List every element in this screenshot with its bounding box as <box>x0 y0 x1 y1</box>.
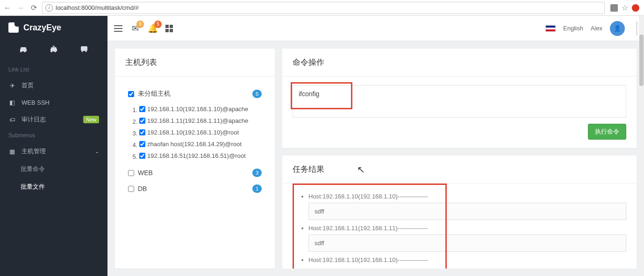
result-panel: 任务结果 ↖ Host:192.168.1.10(192.168.1.10)--… <box>282 156 637 269</box>
nav-batchcmd-label: 批量命令 <box>21 165 45 173</box>
grid-icon-nav: ▦ <box>8 148 16 155</box>
result-host-label: Host:192.168.1.10(192.168.1.10)---------… <box>308 193 428 200</box>
host-checkbox[interactable] <box>139 118 145 124</box>
command-input[interactable] <box>293 85 626 118</box>
host-label: 192.168.16.51(192.168.16.51)@root <box>147 152 246 159</box>
host-group-row[interactable]: DB1 <box>128 181 262 197</box>
logo-icon <box>8 22 19 33</box>
messages-button[interactable]: ✉ 9 <box>130 23 140 34</box>
group-label: DB <box>138 185 147 192</box>
forward-button[interactable]: → <box>16 3 25 13</box>
back-button[interactable]: ← <box>3 3 12 13</box>
host-item[interactable]: 192.168.1.11(192.168.1.11)@apache <box>139 115 262 127</box>
nav-home-label: 首页 <box>21 81 34 90</box>
run-command-button[interactable]: 执行命令 <box>588 124 626 140</box>
group-label: 未分组主机 <box>138 90 171 98</box>
car-icon[interactable] <box>17 45 29 53</box>
chevron-down-icon: ⌄ <box>95 149 99 155</box>
adblock-extension-icon[interactable] <box>632 4 639 12</box>
group-count-badge: 5 <box>252 90 262 98</box>
nav-batchcmd[interactable]: 批量命令 <box>0 160 107 178</box>
result-item: Host:192.168.1.10(192.168.1.10)---------… <box>308 193 626 220</box>
group-count-badge: 3 <box>252 169 262 177</box>
scrollbar-thumb[interactable] <box>639 35 644 86</box>
taxi-icon[interactable] <box>48 45 60 53</box>
site-info-icon[interactable]: i <box>45 4 53 12</box>
host-checkbox[interactable] <box>139 153 145 159</box>
user-avatar[interactable]: 👤 <box>610 21 625 36</box>
result-panel-title: 任务结果 ↖ <box>282 156 637 184</box>
messages-count: 9 <box>136 21 144 28</box>
host-item[interactable]: 192.168.1.10(192.168.1.10)@root <box>139 127 262 139</box>
svg-rect-0 <box>53 46 55 47</box>
group-checkbox[interactable] <box>128 170 134 176</box>
topbar: ✉ 9 🔔 5 English Alex 👤 <box>107 16 644 41</box>
brand-name: CrazyEye <box>23 23 61 33</box>
nav-webssh[interactable]: ◧ WEB SSH <box>0 94 107 111</box>
nav-home[interactable]: ✈ 首页 <box>0 77 107 94</box>
section-linklist: Link List <box>0 63 107 77</box>
host-label: 192.168.1.10(192.168.1.10)@root <box>147 129 239 136</box>
nav-batchfile-label: 批量文件 <box>21 183 45 191</box>
new-badge: New <box>83 116 99 123</box>
host-list-title: 主机列表 <box>115 49 275 77</box>
nav-hostmgmt-label: 主机管理 <box>21 147 46 156</box>
host-checkbox[interactable] <box>139 106 145 112</box>
nav-hostmgmt[interactable]: ▦ 主机管理 ⌄ <box>0 142 107 160</box>
host-group-row[interactable]: WEB3 <box>128 165 262 181</box>
app-logo[interactable]: CrazyEye <box>0 16 107 39</box>
url-text: localhost:8000/multitask/cmd/# <box>56 4 139 11</box>
group-checkbox[interactable] <box>128 91 134 97</box>
result-output: sdff <box>308 203 626 220</box>
group-label: WEB <box>138 169 153 177</box>
host-list-panel: 主机列表 未分组主机5192.168.1.10(192.168.1.10)@ap… <box>115 49 275 269</box>
cursor-icon: ↖ <box>357 164 365 175</box>
nav-audit[interactable]: 🏷 审计日志 New <box>0 111 107 128</box>
translate-extension-icon[interactable] <box>610 4 618 12</box>
topbar-divider <box>636 21 637 35</box>
group-checkbox[interactable] <box>128 186 134 192</box>
apps-grid-button[interactable] <box>165 25 173 32</box>
language-selector[interactable]: English <box>563 25 583 32</box>
bookmark-star-icon[interactable]: ☆ <box>622 3 628 12</box>
user-name[interactable]: Alex <box>591 25 602 32</box>
reload-button[interactable]: ⟳ <box>29 3 38 13</box>
tag-icon: 🏷 <box>8 116 16 123</box>
page-scrollbar[interactable] <box>639 16 644 276</box>
svg-point-3 <box>85 51 86 52</box>
host-item[interactable]: 192.168.16.51(192.168.16.51)@root <box>139 150 262 162</box>
host-label: zhaofan host(192.168.14.29)@root <box>147 141 242 148</box>
plane-icon: ✈ <box>8 82 16 89</box>
svg-rect-1 <box>81 46 87 51</box>
section-submenus: Submenus <box>0 128 107 142</box>
result-item: Host:192.168.1.10(192.168.1.10)---------… <box>308 256 626 263</box>
host-item[interactable]: zhaofan host(192.168.14.29)@root <box>139 139 262 150</box>
flag-icon <box>545 25 556 32</box>
browser-toolbar: ← → ⟳ i localhost:8000/multitask/cmd/# ☆ <box>0 0 644 16</box>
nav-batchfile[interactable]: 批量文件 <box>0 178 107 196</box>
group-count-badge: 1 <box>252 184 262 193</box>
host-item[interactable]: 192.168.1.10(192.168.1.10)@apache <box>139 104 262 115</box>
sidebar: CrazyEye Link List ✈ 首页 ◧ WEB SSH 🏷 审计日志… <box>0 16 107 276</box>
menu-toggle-button[interactable] <box>114 25 122 32</box>
notifications-button[interactable]: 🔔 5 <box>148 23 158 34</box>
bus-icon[interactable] <box>78 45 90 53</box>
host-label: 192.168.1.11(192.168.1.11)@apache <box>147 117 248 124</box>
address-bar[interactable]: i localhost:8000/multitask/cmd/# <box>42 2 605 14</box>
command-panel-title: 命令操作 <box>282 49 637 77</box>
result-panel-title-text: 任务结果 <box>293 165 324 174</box>
host-group-row[interactable]: 未分组主机5 <box>128 86 262 102</box>
host-checkbox[interactable] <box>139 141 145 147</box>
result-host-label: Host:192.168.1.10(192.168.1.10)---------… <box>308 256 428 263</box>
nav-audit-label: 审计日志 <box>21 115 46 124</box>
host-checkbox[interactable] <box>139 129 145 135</box>
svg-point-2 <box>81 51 83 52</box>
dashboard-icon: ◧ <box>8 99 16 106</box>
command-panel: 命令操作 执行命令 <box>282 49 637 148</box>
extensions: ☆ <box>608 3 641 12</box>
nav-webssh-label: WEB SSH <box>21 99 50 106</box>
notifications-count: 5 <box>154 21 162 28</box>
result-item: Host:192.168.1.11(192.168.1.11)---------… <box>308 225 626 252</box>
result-output: sdff <box>308 234 626 252</box>
host-label: 192.168.1.10(192.168.1.10)@apache <box>147 106 248 113</box>
